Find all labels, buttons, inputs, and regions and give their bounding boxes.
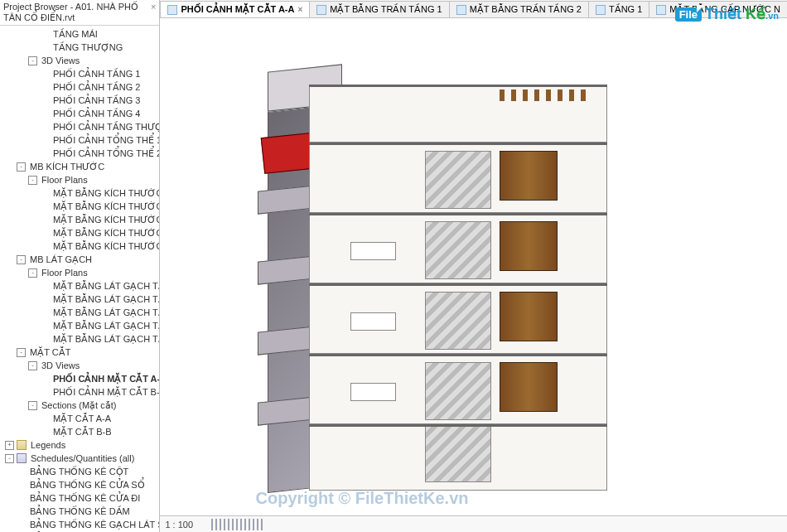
tree-item[interactable]: MẶT BẰNG KÍCH THƯỚC TẦNG 3 <box>0 213 159 226</box>
tree-item[interactable]: MẶT BẰNG LÁT GẠCH TẦNG THƯỢNG <box>0 332 159 346</box>
tree-item[interactable]: MẶT BẰNG KÍCH THƯỚC TẦNG THƯỢNG <box>0 239 159 253</box>
tree-item[interactable]: -3D Views <box>0 54 159 67</box>
tree-item[interactable]: MẶT BẰNG KÍCH THƯỚC TẦNG 2 <box>0 200 159 213</box>
tree-item-label: PHỐI CẢNH TẦNG 2 <box>51 81 142 94</box>
tree-item-label: Floor Plans <box>40 174 89 186</box>
tree-item[interactable]: BẢNG THỐNG KÊ CỘT <box>0 465 159 478</box>
tree-item[interactable]: MẶT CẮT B-B <box>0 425 159 438</box>
tree-item[interactable]: -Floor Plans <box>0 173 159 186</box>
tree-item-label: MẶT BẰNG KÍCH THƯỚC TẦNG 1 <box>51 187 160 200</box>
tree-item-label: MẶT CẮT A-A <box>51 413 113 425</box>
tree-item[interactable]: PHỐI CẢNH TẦNG 4 <box>0 107 159 120</box>
tree-item[interactable]: -Schedules/Quantities (all) <box>0 452 159 465</box>
shadows-icon[interactable] <box>220 519 221 530</box>
view-tab-label: MẶT BẰNG TRẦN TẦNG 1 <box>330 4 442 15</box>
project-browser-panel[interactable]: Project Browser - A01. NHÀ PHỐ TÂN CỔ ĐI… <box>0 0 160 532</box>
tree-item-label: PHỐI CẢNH MẶT CẮT B-B <box>51 386 160 399</box>
tree-item[interactable]: PHỐI CẢNH MẶT CẮT B-B <box>0 385 159 399</box>
collapse-icon[interactable]: - <box>17 162 26 172</box>
tree-item[interactable]: MẶT BẰNG KÍCH THƯỚC TẦNG 4 <box>0 226 159 239</box>
tree-item[interactable]: -3D Views <box>0 359 159 372</box>
tree-item[interactable]: BẢNG THỐNG KÊ CỬA ĐI <box>0 491 159 505</box>
tree-item-label: PHỐI CẢNH TẦNG 3 <box>51 94 142 107</box>
sun-path-icon[interactable] <box>215 519 217 530</box>
tree-item-label: 3D Views <box>40 55 81 66</box>
section-box-icon[interactable] <box>261 519 263 530</box>
view-tab[interactable]: TẦNG 1 <box>588 1 649 17</box>
tree-item[interactable]: MẶT BẰNG LÁT GẠCH TẦNG 3 <box>0 306 159 319</box>
view-tab[interactable]: PHỐI CẢNH MẶT CẮT A-A× <box>160 1 310 17</box>
view-tab[interactable]: MẶT BẰNG TRẦN TẦNG 1 <box>309 1 449 17</box>
render-icon[interactable] <box>224 519 225 530</box>
close-icon[interactable]: × <box>151 2 156 23</box>
collapse-icon[interactable]: - <box>28 176 37 185</box>
collapse-icon[interactable]: - <box>5 454 14 463</box>
collapse-icon[interactable]: - <box>17 348 26 357</box>
folder-icon <box>17 440 27 450</box>
tree-item[interactable]: BẢNG THỐNG KÊ CỬA SỔ <box>0 478 159 491</box>
tree-item[interactable]: MẶT BẰNG KÍCH THƯỚC TẦNG 1 <box>0 186 159 200</box>
collapse-icon[interactable]: - <box>17 255 26 264</box>
tree-item-label: PHỐI CẢNH TẦNG THƯỢNG <box>51 121 160 133</box>
collapse-icon[interactable]: - <box>28 56 37 65</box>
tree-item-label: BẢNG THỐNG KÊ CỬA ĐI <box>28 492 142 505</box>
tab-close-icon[interactable]: × <box>297 5 302 14</box>
view-tab-icon <box>167 5 177 15</box>
tree-item[interactable]: PHỐI CẢNH TỔNG THỂ 1 <box>0 133 159 147</box>
tree-item-label: PHỐI CẢNH TẦNG 4 <box>51 108 142 120</box>
link-display-icon[interactable] <box>253 519 254 530</box>
viewport-3d[interactable]: 1 : 100 <box>160 18 787 532</box>
tree-item-label: MẶT BẰNG LÁT GẠCH TẦNG 1 <box>51 280 160 293</box>
tree-item[interactable]: BẢNG THỐNG KÊ GẠCH LÁT SÀN <box>0 518 159 531</box>
crop-region-icon[interactable] <box>232 519 234 530</box>
tree-item[interactable]: BẢNG THỐNG KÊ DẦM <box>0 505 159 518</box>
tree-item-label: MẶT BẰNG LÁT GẠCH TẦNG 4 <box>51 320 160 332</box>
temp-hide-icon[interactable] <box>240 519 242 530</box>
view-control-bar[interactable]: 1 : 100 <box>160 515 787 532</box>
worksets-icon[interactable] <box>249 519 250 530</box>
collapse-icon[interactable]: - <box>28 401 37 410</box>
tree-item[interactable]: -Sections (Mặt cắt) <box>0 399 159 412</box>
graphic-display-icon[interactable] <box>211 519 213 530</box>
tree-item-label: TẦNG THƯỢNG <box>51 41 124 54</box>
collapse-icon[interactable]: - <box>28 268 37 278</box>
tree-item[interactable]: -MẶT CẮT <box>0 346 159 359</box>
tree-item-label: Sections (Mặt cắt) <box>40 399 118 412</box>
tree-item[interactable]: PHỐI CẢNH TỔNG THỂ 2 <box>0 147 159 160</box>
tree-item[interactable]: MẶT BẰNG LÁT GẠCH TẦNG 2 <box>0 293 159 306</box>
tree-item[interactable]: PHỐI CẢNH MẶT CẮT A-A <box>0 372 159 385</box>
tree-item[interactable]: PHỐI CẢNH TẦNG 2 <box>0 80 159 94</box>
tree-item[interactable]: -Floor Plans <box>0 266 159 279</box>
tree-item[interactable]: -MB KÍCH THƯỚC <box>0 160 159 173</box>
tree-item[interactable]: MẶT BẰNG LÁT GẠCH TẦNG 4 <box>0 319 159 332</box>
tree-item[interactable]: TẦNG THƯỢNG <box>0 41 159 54</box>
tree-item-label: PHỐI CẢNH MẶT CẮT A-A <box>51 373 160 385</box>
tree-item[interactable]: -MB LÁT GẠCH <box>0 253 159 266</box>
building-section-drawing <box>243 35 624 499</box>
project-browser-tree[interactable]: TẦNG MÁITẦNG THƯỢNG-3D ViewsPHỐI CẢNH TẦ… <box>0 26 159 532</box>
tree-item[interactable]: +Legends <box>0 438 159 452</box>
view-scale[interactable]: 1 : 100 <box>165 520 206 530</box>
tree-item[interactable]: PHỐI CẢNH TẦNG 3 <box>0 94 159 107</box>
project-browser-title-bar: Project Browser - A01. NHÀ PHỐ TÂN CỔ ĐI… <box>0 0 159 26</box>
crop-icon[interactable] <box>228 519 229 530</box>
expand-icon[interactable]: + <box>5 441 14 450</box>
tree-item[interactable]: PHỐI CẢNH TẦNG THƯỢNG <box>0 120 159 133</box>
view-tab[interactable]: MẶT BẰNG TRẦN TẦNG 2 <box>449 1 589 17</box>
tree-item-label: Legends <box>29 439 67 451</box>
filter-icon[interactable] <box>257 519 258 530</box>
hidden-icon[interactable] <box>236 519 238 530</box>
tree-item[interactable]: PHỐI CẢNH TẦNG 1 <box>0 67 159 80</box>
tree-item-label: Schedules/Quantities (all) <box>29 452 136 464</box>
reveal-icon[interactable] <box>244 519 246 530</box>
view-tab-icon <box>316 5 326 15</box>
collapse-icon[interactable]: - <box>28 361 37 370</box>
tree-item-label: MẶT BẰNG KÍCH THƯỚC TẦNG THƯỢNG <box>51 240 160 253</box>
tree-item-label: MẶT BẰNG LÁT GẠCH TẦNG 2 <box>51 293 160 306</box>
tree-item-label: MẶT BẰNG LÁT GẠCH TẦNG THƯỢNG <box>51 333 160 346</box>
tree-item-label: MẶT CẮT B-B <box>51 426 113 438</box>
tree-item[interactable]: TẦNG MÁI <box>0 27 159 41</box>
tree-item-label: BẢNG THỐNG KÊ DẦM <box>28 505 132 518</box>
tree-item[interactable]: MẶT BẰNG LÁT GẠCH TẦNG 1 <box>0 279 159 293</box>
tree-item[interactable]: MẶT CẮT A-A <box>0 412 159 425</box>
